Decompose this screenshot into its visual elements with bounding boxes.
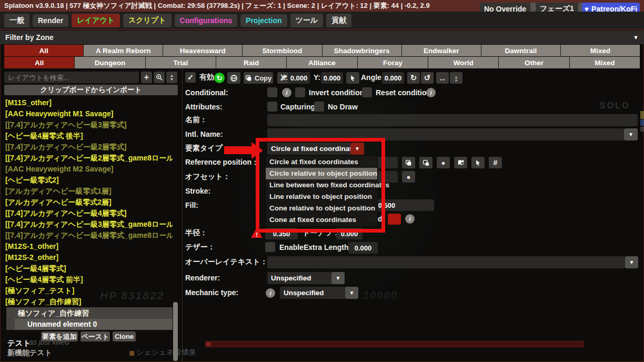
visibility-toggle-icon[interactable]: ↻ <box>214 73 225 83</box>
clone-button[interactable]: Clone <box>113 331 136 341</box>
tether-enable-checkbox[interactable] <box>265 242 275 252</box>
menu-tab[interactable]: Render <box>33 14 68 27</box>
selected-layout-name[interactable]: 極ソフィア_自作練習 <box>6 307 173 319</box>
layout-list-item[interactable]: [[7.4]アルカディアヘビー級3層零式] <box>3 119 173 130</box>
zone-expansion-cell[interactable]: A Realm Reborn <box>84 45 163 56</box>
search-zoom-button[interactable] <box>154 72 165 83</box>
layout-list-item[interactable]: [極ソフィア_テスト] <box>3 285 173 296</box>
rotate-cw-button[interactable]: ↻ <box>407 72 420 84</box>
info-icon[interactable]: i <box>266 288 275 298</box>
paste-button[interactable]: ペースト <box>80 331 110 341</box>
menu-tab[interactable]: スクリプト <box>123 14 172 27</box>
layout-list-item[interactable]: [[7.4]アルカディアヘビー級3層零式_game8ロール別] <box>3 219 173 230</box>
layout-list-item[interactable]: [アルカディアヘビー級零式1層] <box>3 186 173 197</box>
menu-tab[interactable]: Configurations <box>175 14 238 27</box>
layout-list-item[interactable]: [ヘビー級4層零式] <box>3 263 173 274</box>
zone-category-cell[interactable]: All <box>4 57 74 68</box>
chevron-down-icon[interactable]: ▼ <box>633 34 639 41</box>
copy-button[interactable]: Copy <box>244 72 273 84</box>
layout-list-item[interactable]: [[7.4]アルカディアヘビー級4層零式_game8ロール別] <box>3 230 173 241</box>
zone-expansion-cell[interactable]: Mixed <box>561 45 640 56</box>
info-icon[interactable]: i <box>405 214 415 224</box>
flip-vertical-button[interactable]: ↕ <box>450 72 462 84</box>
zone-category-cell[interactable]: Foray <box>358 57 428 68</box>
zone-category-cell[interactable]: Trial <box>146 57 216 68</box>
x-input[interactable]: 0.000 <box>288 72 310 84</box>
dropdown-option[interactable]: Cone relative to object position <box>266 203 377 214</box>
layout-list-item[interactable]: [[7.4]アルカディアヘビー級2層零式_game8ロール別] <box>3 153 173 164</box>
overlay-text-dropdown-button[interactable]: ▼ <box>625 256 638 268</box>
reset-condition-checkbox[interactable] <box>362 87 372 97</box>
zone-expansion-cell[interactable]: Dawntrail <box>481 45 560 56</box>
element-type-combo[interactable]: Circle at fixed coordinates <box>267 143 350 155</box>
circle-marker-button[interactable]: ● <box>437 157 450 168</box>
snap-grid-button[interactable]: # <box>489 157 502 168</box>
menu-tab[interactable]: レイアウト <box>72 14 120 27</box>
info-icon[interactable]: i <box>426 88 436 97</box>
zone-filter-header[interactable]: Filter by Zone ▼ <box>0 31 644 44</box>
layout-list-item[interactable]: [アルカディアヘビー級零式2層] <box>3 197 173 208</box>
zone-category-cell[interactable]: Raid <box>216 57 286 68</box>
zone-expansion-cell[interactable]: Stormblood <box>243 45 321 56</box>
mechanic-type-dropdown-button[interactable]: ▼ <box>345 287 358 299</box>
zone-category-cell[interactable]: Other <box>499 57 569 68</box>
pick-position-button[interactable] <box>346 72 359 84</box>
intl-name-dropdown-button[interactable]: ▼ <box>624 128 638 140</box>
dropdown-option[interactable]: Line relative to object position <box>266 191 377 203</box>
layout-list-item[interactable]: [ヘビー級4層零式 後半] <box>3 130 173 142</box>
dropdown-option[interactable]: Circle at fixed coordinates <box>266 156 377 168</box>
zone-category-cell[interactable]: Dungeon <box>75 57 145 68</box>
layout-list-item[interactable]: [M12S-2_other] <box>3 252 173 263</box>
layout-list-item[interactable]: [[7.4]アルカディアヘビー級2層零式] <box>3 142 173 153</box>
conditional-checkbox[interactable] <box>267 87 277 97</box>
pick-on-screen-button[interactable] <box>471 157 485 168</box>
layout-list-item[interactable]: [M11S_other] <box>3 97 173 108</box>
renderer-combo[interactable]: Unspecified <box>267 272 331 284</box>
angle-input[interactable]: 0.000 <box>382 72 404 84</box>
zone-expansion-cell[interactable]: Endwalker <box>402 45 481 56</box>
sort-button[interactable]: ▲ ▼ <box>166 72 177 83</box>
layout-list-item[interactable]: [AAC Heavyweight M1 Savage] <box>3 108 173 119</box>
capturing-checkbox[interactable] <box>267 102 277 112</box>
mechanic-type-combo[interactable]: Unspecified <box>280 287 345 299</box>
import-clipboard-button[interactable]: クリップボードからインポート <box>4 85 178 95</box>
enabled-checkbox[interactable]: ✓ <box>185 72 196 83</box>
zone-category-cell[interactable]: Alliance <box>287 57 357 68</box>
add-element-button[interactable]: 要素を追加 <box>41 331 78 341</box>
renderer-dropdown-button[interactable]: ▼ <box>331 272 345 284</box>
layout-list-item[interactable]: [M12S-1_other] <box>3 241 173 252</box>
layout-list-item[interactable]: [AAC Heavyweight M2 Savage] <box>3 164 173 175</box>
dropdown-option[interactable]: Line between two fixed coordinates <box>266 179 377 191</box>
layout-list-item[interactable]: [極ソフィア_自作練習] <box>3 296 173 307</box>
rotate-ccw-button[interactable]: ↺ <box>421 72 434 84</box>
zone-expansion-cell[interactable]: Shadowbringers <box>323 45 401 56</box>
paste-position-button[interactable] <box>419 157 432 168</box>
dropdown-option[interactable]: Cone at fixed coordinates <box>266 214 377 226</box>
zone-category-cell[interactable]: Mixed <box>570 57 640 68</box>
sidebar-scrollbar[interactable] <box>173 302 178 361</box>
add-layout-button[interactable]: + <box>141 72 152 83</box>
menu-tab[interactable]: Projection <box>240 14 287 27</box>
zone-expansion-cell[interactable]: All <box>4 45 83 56</box>
selected-layout-block[interactable]: 極ソフィア_自作練習 Unnamed element 0 <box>6 307 173 330</box>
flip-horizontal-button[interactable]: ↔ <box>436 72 449 84</box>
layout-search-input[interactable] <box>4 72 139 83</box>
selected-element-item[interactable]: Unnamed element 0 <box>15 319 173 330</box>
invert-condition-checkbox[interactable] <box>295 87 305 97</box>
copy-position-button[interactable] <box>402 157 415 168</box>
name-input[interactable] <box>267 114 638 126</box>
extra-length-input[interactable]: 0.000 <box>348 242 378 254</box>
y-input[interactable]: 0.000 <box>321 72 343 84</box>
map-position-button[interactable] <box>454 157 467 168</box>
zone-expansion-cell[interactable]: Heavensward <box>163 45 242 56</box>
info-icon[interactable]: i <box>282 88 291 97</box>
dropdown-option[interactable]: Circle relative to object position <box>266 168 377 179</box>
layout-list-item[interactable]: [ヘビー級4層零式 前半] <box>3 274 173 285</box>
intl-name-input[interactable] <box>267 128 624 140</box>
zone-category-cell[interactable]: World <box>428 57 498 68</box>
element-type-dropdown-button[interactable]: ▼ <box>350 143 364 155</box>
fill-color-swatch[interactable] <box>388 214 401 225</box>
layout-list-item[interactable]: [[7.4]アルカディアヘビー級4層零式] <box>3 208 173 219</box>
menu-tab[interactable]: 貢献 <box>326 14 351 27</box>
nodraw-checkbox[interactable] <box>314 102 324 112</box>
